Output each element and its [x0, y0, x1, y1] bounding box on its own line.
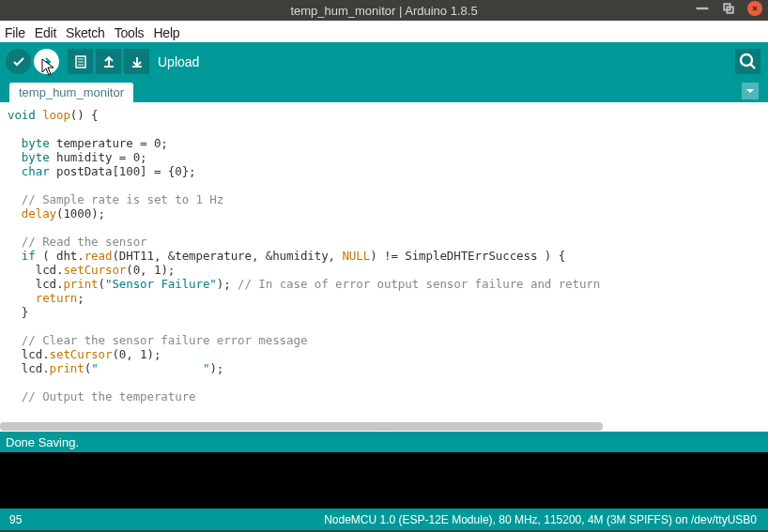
serial-monitor-button[interactable]	[735, 49, 760, 74]
svg-point-3	[741, 54, 752, 66]
resize-handle[interactable]: ····	[376, 424, 392, 432]
toolbar: Upload	[0, 42, 768, 81]
window-titlebar: temp_hum_monitor | Arduino 1.8.5	[0, 0, 768, 21]
save-button[interactable]	[124, 49, 149, 74]
window-controls	[695, 1, 762, 16]
menu-edit[interactable]: Edit	[32, 23, 59, 42]
close-button[interactable]	[747, 1, 762, 16]
console-output[interactable]	[0, 452, 768, 509]
new-button[interactable]	[68, 49, 93, 74]
footer-bar: 95 NodeMCU 1.0 (ESP-12E Module), 80 MHz,…	[0, 509, 768, 530]
verify-button[interactable]	[6, 49, 31, 74]
maximize-button[interactable]	[721, 1, 736, 16]
minimize-button[interactable]	[695, 1, 710, 16]
code-content: void loop() { byte temperature = 0; byte…	[0, 102, 768, 409]
menu-sketch[interactable]: Sketch	[63, 23, 108, 42]
board-info: NodeMCU 1.0 (ESP-12E Module), 80 MHz, 11…	[324, 513, 757, 526]
tab-menu-button[interactable]	[742, 83, 759, 99]
tab-row: temp_hum_monitor	[0, 81, 768, 102]
toolbar-tooltip: Upload	[158, 54, 199, 69]
menubar: File Edit Sketch Tools Help	[0, 21, 768, 42]
upload-button[interactable]	[34, 49, 59, 74]
tab-sketch[interactable]: temp_hum_monitor	[9, 83, 133, 102]
status-text: Done Saving.	[6, 435, 79, 449]
open-button[interactable]	[96, 49, 121, 74]
tab-label: temp_hum_monitor	[19, 85, 124, 99]
code-editor[interactable]: void loop() { byte temperature = 0; byte…	[0, 102, 768, 432]
line-number: 95	[9, 513, 22, 526]
menu-help[interactable]: Help	[150, 23, 182, 42]
menu-file[interactable]: File	[2, 23, 28, 42]
status-bar: Done Saving.	[0, 432, 768, 452]
menu-tools[interactable]: Tools	[112, 23, 147, 42]
scrollbar-thumb[interactable]	[0, 422, 603, 431]
window-title: temp_hum_monitor | Arduino 1.8.5	[290, 4, 477, 18]
